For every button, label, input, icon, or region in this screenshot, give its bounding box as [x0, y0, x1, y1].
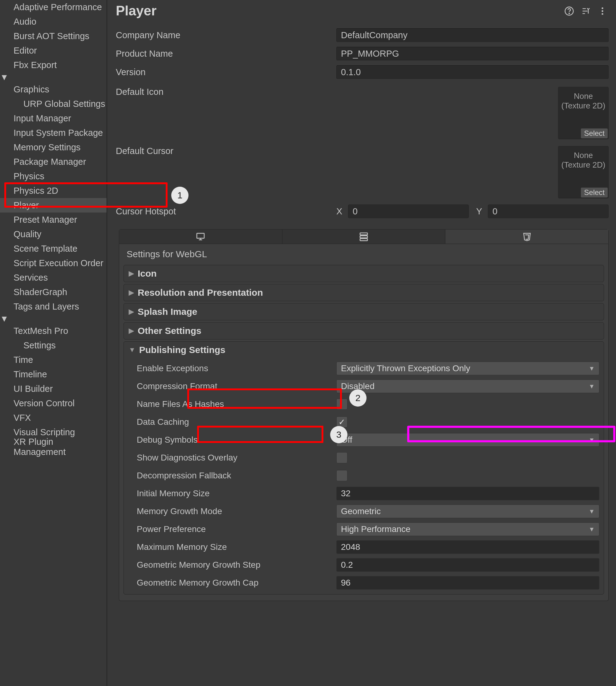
- enable-exceptions-dropdown[interactable]: Explicitly Thrown Exceptions Only▼: [336, 362, 599, 375]
- presets-icon[interactable]: [581, 6, 591, 18]
- compression-format-dropdown[interactable]: Disabled▼: [336, 379, 599, 393]
- sidebar-item-burst-aot[interactable]: Burst AOT Settings: [0, 29, 107, 43]
- section-icon-header[interactable]: ▶ Icon: [124, 265, 604, 282]
- sidebar-item-physics[interactable]: Physics: [0, 169, 107, 183]
- svg-point-2: [601, 7, 603, 9]
- decompression-checkbox[interactable]: [336, 470, 347, 481]
- sidebar-item-adaptive-performance[interactable]: Adaptive Performance: [0, 0, 107, 15]
- sidebar-item-memory-settings[interactable]: Memory Settings: [0, 140, 107, 155]
- growth-cap-input[interactable]: 96: [336, 576, 599, 590]
- hotspot-y-label: Y: [476, 206, 485, 217]
- sidebar-item-script-order[interactable]: Script Execution Order: [0, 256, 107, 270]
- version-input[interactable]: [336, 65, 609, 79]
- growth-step-input[interactable]: 0.2: [336, 558, 599, 572]
- growth-step-label: Geometric Memory Growth Step: [135, 560, 336, 570]
- sidebar-item-version-control[interactable]: Version Control: [0, 396, 107, 411]
- default-cursor-field[interactable]: None (Texture 2D) Select: [558, 146, 609, 198]
- settings-sidebar: Adaptive Performance Audio Burst AOT Set…: [0, 0, 107, 686]
- section-other: ▶ Other Settings: [124, 322, 604, 339]
- version-label: Version: [116, 67, 336, 77]
- sidebar-item-timeline[interactable]: Timeline: [0, 367, 107, 382]
- section-publishing-title: Publishing Settings: [139, 345, 225, 355]
- sidebar-item-quality[interactable]: Quality: [0, 227, 107, 242]
- sidebar-item-preset-manager[interactable]: Preset Manager: [0, 213, 107, 227]
- company-name-label: Company Name: [116, 30, 336, 40]
- growth-cap-label: Geometric Memory Growth Cap: [135, 578, 336, 588]
- section-other-header[interactable]: ▶ Other Settings: [124, 323, 604, 339]
- chevron-right-icon: ▶: [129, 327, 134, 335]
- growth-mode-dropdown[interactable]: Geometric▼: [336, 505, 599, 518]
- sidebar-item-audio[interactable]: Audio: [0, 15, 107, 29]
- menu-icon[interactable]: [597, 6, 608, 18]
- sidebar-item-physics-2d[interactable]: Physics 2D: [0, 183, 107, 198]
- sidebar-item-time[interactable]: Time: [0, 353, 107, 367]
- section-icon-title: Icon: [138, 268, 157, 279]
- sidebar-item-graphics[interactable]: Graphics: [0, 82, 107, 97]
- section-other-title: Other Settings: [138, 326, 201, 336]
- svg-rect-7: [360, 236, 368, 238]
- texture-type-text: (Texture 2D): [558, 101, 608, 111]
- power-pref-label: Power Preference: [135, 524, 336, 534]
- sidebar-item-vfx[interactable]: VFX: [0, 411, 107, 425]
- sidebar-item-player[interactable]: Player: [0, 198, 107, 213]
- texture-none-text: None: [558, 151, 608, 160]
- initial-memory-input[interactable]: 32: [336, 487, 599, 500]
- section-icon: ▶ Icon: [124, 265, 604, 282]
- svg-point-3: [601, 10, 603, 12]
- settings-for-label: Settings for WebGL: [119, 244, 608, 263]
- sidebar-item-input-system[interactable]: Input System Package: [0, 126, 107, 140]
- initial-memory-label: Initial Memory Size: [135, 489, 336, 499]
- tab-server[interactable]: [282, 229, 446, 244]
- debug-symbols-label: Debug Symbols: [135, 435, 336, 445]
- sidebar-item-fbx-export[interactable]: Fbx Export: [0, 58, 107, 72]
- chevron-down-icon[interactable]: ▼: [0, 72, 8, 82]
- cursor-hotspot-label: Cursor Hotspot: [116, 206, 336, 217]
- texture-type-text: (Texture 2D): [558, 160, 608, 170]
- hotspot-x-label: X: [336, 206, 345, 217]
- sidebar-item-tags-layers[interactable]: Tags and Layers: [0, 300, 107, 314]
- sidebar-item-urp-global[interactable]: URP Global Settings: [0, 97, 107, 111]
- sidebar-item-services[interactable]: Services: [0, 270, 107, 285]
- hotspot-x-input[interactable]: [348, 204, 469, 218]
- sidebar-item-package-manager[interactable]: Package Manager: [0, 155, 107, 169]
- chevron-right-icon: ▶: [129, 269, 134, 278]
- section-splash-header[interactable]: ▶ Splash Image: [124, 304, 604, 320]
- page-title: Player: [116, 3, 609, 19]
- section-resolution-header[interactable]: ▶ Resolution and Presentation: [124, 284, 604, 301]
- default-icon-field[interactable]: None (Texture 2D) Select: [558, 87, 609, 139]
- data-caching-checkbox[interactable]: ✓: [336, 417, 347, 427]
- data-caching-label: Data Caching: [135, 417, 336, 427]
- select-texture-button[interactable]: Select: [581, 129, 608, 138]
- compression-format-label: Compression Format: [135, 381, 336, 391]
- svg-rect-5: [197, 233, 204, 238]
- section-publishing: ▼ Publishing Settings Enable Exceptions …: [124, 341, 604, 595]
- product-name-input[interactable]: [336, 47, 609, 60]
- sidebar-item-textmesh-pro[interactable]: TextMesh Pro: [0, 324, 107, 338]
- webgl-settings-panel: Settings for WebGL ▶ Icon ▶ Resolution a…: [119, 244, 609, 601]
- name-hashes-checkbox[interactable]: [336, 399, 347, 410]
- platform-tabbar: [119, 229, 609, 244]
- diagnostics-checkbox[interactable]: [336, 452, 347, 463]
- debug-symbols-dropdown[interactable]: Off▼: [336, 433, 599, 447]
- section-splash: ▶ Splash Image: [124, 303, 604, 320]
- tab-standalone[interactable]: [119, 229, 282, 244]
- sidebar-item-xr-plugin[interactable]: XR Plugin Management: [0, 440, 107, 454]
- sidebar-item-input-manager[interactable]: Input Manager: [0, 111, 107, 126]
- sidebar-item-tmp-settings[interactable]: Settings: [0, 338, 107, 353]
- sidebar-item-scene-template[interactable]: Scene Template: [0, 242, 107, 256]
- section-publishing-header[interactable]: ▼ Publishing Settings: [124, 341, 604, 358]
- tab-webgl[interactable]: [445, 229, 608, 244]
- select-texture-button[interactable]: Select: [581, 187, 608, 197]
- default-cursor-label: Default Cursor: [116, 146, 336, 156]
- max-memory-input[interactable]: 2048: [336, 540, 599, 554]
- help-icon[interactable]: [564, 6, 574, 18]
- sidebar-item-editor[interactable]: Editor: [0, 43, 107, 58]
- sidebar-item-ui-builder[interactable]: UI Builder: [0, 382, 107, 396]
- chevron-down-icon: ▼: [129, 346, 135, 354]
- chevron-down-icon[interactable]: ▼: [0, 314, 8, 324]
- hotspot-y-input[interactable]: [488, 204, 609, 218]
- enable-exceptions-label: Enable Exceptions: [135, 363, 336, 373]
- power-pref-dropdown[interactable]: High Performance▼: [336, 523, 599, 536]
- sidebar-item-shadergraph[interactable]: ShaderGraph: [0, 285, 107, 300]
- company-name-input[interactable]: [336, 28, 609, 42]
